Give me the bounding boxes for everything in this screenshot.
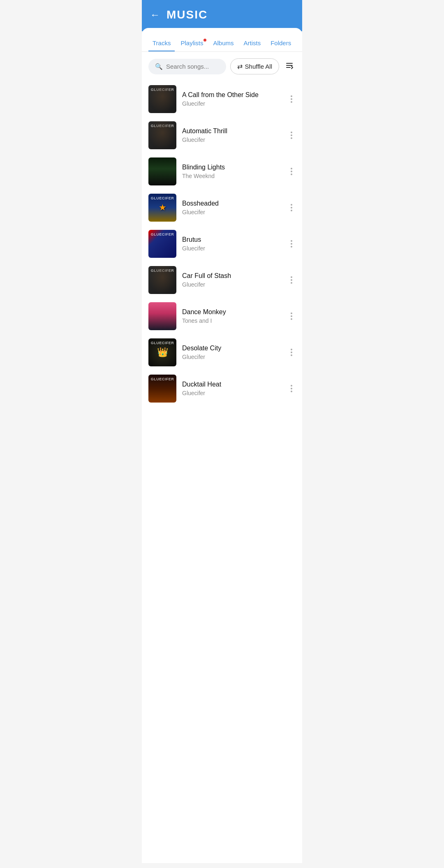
dot <box>291 315 292 317</box>
dot <box>291 312 292 314</box>
more-options-button[interactable] <box>287 94 296 104</box>
search-icon: 🔍 <box>155 63 163 70</box>
track-name: Bossheaded <box>182 200 282 207</box>
track-name: Blinding Lights <box>182 164 282 171</box>
dot <box>291 385 292 387</box>
track-artist: Gluecifer <box>182 390 282 396</box>
album-art: GLUECIFER★ <box>148 194 176 222</box>
track-info: Ducktail Heat Gluecifer <box>182 381 282 396</box>
sort-button[interactable] <box>283 59 296 74</box>
main-content: TracksPlaylistsAlbumsArtistsFolders 🔍 ⇄ … <box>142 28 302 863</box>
dot <box>291 210 292 211</box>
dot <box>291 352 292 353</box>
track-name: Car Full of Stash <box>182 272 282 280</box>
dot <box>291 282 292 284</box>
app-title: MUSIC <box>166 8 208 21</box>
track-artist: The Weeknd <box>182 173 282 179</box>
album-art: GLUECIFER👑 <box>148 338 176 366</box>
track-item[interactable]: GLUECIFER Car Full of Stash Gluecifer <box>142 262 302 298</box>
album-art: GLUECIFER <box>148 266 176 294</box>
track-item[interactable]: GLUECIFER Brutus Gluecifer <box>142 226 302 262</box>
track-info: Desolate City Gluecifer <box>182 345 282 360</box>
album-art <box>148 157 176 185</box>
toolbar: 🔍 ⇄ Shuffle All <box>142 52 302 78</box>
shuffle-label: Shuffle All <box>245 63 272 70</box>
track-info: A Call from the Other Side Gluecifer <box>182 91 282 107</box>
tab-tracks[interactable]: Tracks <box>148 35 175 51</box>
tab-artists[interactable]: Artists <box>240 35 265 51</box>
more-options-button[interactable] <box>287 347 296 358</box>
track-artist: Gluecifer <box>182 281 282 288</box>
dot <box>291 207 292 208</box>
more-options-button[interactable] <box>287 130 296 141</box>
dot <box>291 388 292 389</box>
more-options-button[interactable] <box>287 383 296 394</box>
dot <box>291 318 292 320</box>
track-name: Brutus <box>182 236 282 243</box>
track-artist: Gluecifer <box>182 209 282 215</box>
tab-bar: TracksPlaylistsAlbumsArtistsFolders <box>142 28 302 52</box>
dot <box>291 243 292 245</box>
shuffle-all-button[interactable]: ⇄ Shuffle All <box>230 58 279 74</box>
track-list: GLUECIFER A Call from the Other Side Glu… <box>142 78 302 410</box>
track-item[interactable]: Dance Monkey Tones and I <box>142 298 302 334</box>
search-input[interactable] <box>166 63 220 70</box>
more-options-button[interactable] <box>287 311 296 322</box>
dot <box>291 171 292 172</box>
dot <box>291 354 292 356</box>
more-options-button[interactable] <box>287 238 296 249</box>
header: ← MUSIC <box>142 0 302 31</box>
album-art <box>148 302 176 330</box>
more-options-button[interactable] <box>287 202 296 213</box>
dot <box>291 95 292 97</box>
dot <box>291 349 292 350</box>
album-art: GLUECIFER <box>148 375 176 403</box>
track-artist: Gluecifer <box>182 137 282 143</box>
dot <box>291 174 292 175</box>
dot <box>291 391 292 392</box>
track-item[interactable]: GLUECIFER★ Bossheaded Gluecifer <box>142 190 302 226</box>
track-info: Brutus Gluecifer <box>182 236 282 252</box>
dot <box>291 279 292 281</box>
notification-dot <box>204 39 206 42</box>
track-item[interactable]: Blinding Lights The Weeknd <box>142 153 302 190</box>
dot <box>291 132 292 133</box>
more-options-button[interactable] <box>287 275 296 285</box>
dot <box>291 134 292 136</box>
track-name: Dance Monkey <box>182 308 282 316</box>
track-info: Bossheaded Gluecifer <box>182 200 282 215</box>
track-name: Ducktail Heat <box>182 381 282 388</box>
album-art: GLUECIFER <box>148 85 176 113</box>
dot <box>291 204 292 206</box>
dot <box>291 240 292 242</box>
back-button[interactable]: ← <box>150 10 160 20</box>
track-artist: Gluecifer <box>182 100 282 107</box>
tab-folders[interactable]: Folders <box>266 35 295 51</box>
track-name: Automatic Thrill <box>182 127 282 135</box>
dot <box>291 137 292 139</box>
tab-albums[interactable]: Albums <box>209 35 238 51</box>
track-name: Desolate City <box>182 345 282 352</box>
track-info: Car Full of Stash Gluecifer <box>182 272 282 288</box>
track-info: Automatic Thrill Gluecifer <box>182 127 282 143</box>
track-artist: Gluecifer <box>182 245 282 252</box>
dot <box>291 168 292 169</box>
track-item[interactable]: GLUECIFER👑 Desolate City Gluecifer <box>142 334 302 370</box>
track-item[interactable]: GLUECIFER Ducktail Heat Gluecifer <box>142 370 302 407</box>
album-art: GLUECIFER <box>148 230 176 258</box>
track-item[interactable]: GLUECIFER A Call from the Other Side Glu… <box>142 81 302 117</box>
dot <box>291 276 292 278</box>
album-art: GLUECIFER <box>148 121 176 149</box>
dot <box>291 246 292 248</box>
track-artist: Tones and I <box>182 317 282 324</box>
more-options-button[interactable] <box>287 166 296 177</box>
dot <box>291 98 292 100</box>
tab-playlists[interactable]: Playlists <box>176 35 207 51</box>
shuffle-icon: ⇄ <box>237 62 243 70</box>
track-info: Dance Monkey Tones and I <box>182 308 282 324</box>
track-name: A Call from the Other Side <box>182 91 282 99</box>
track-item[interactable]: GLUECIFER Automatic Thrill Gluecifer <box>142 117 302 153</box>
search-box[interactable]: 🔍 <box>148 59 226 74</box>
dot <box>291 101 292 103</box>
track-artist: Gluecifer <box>182 354 282 360</box>
